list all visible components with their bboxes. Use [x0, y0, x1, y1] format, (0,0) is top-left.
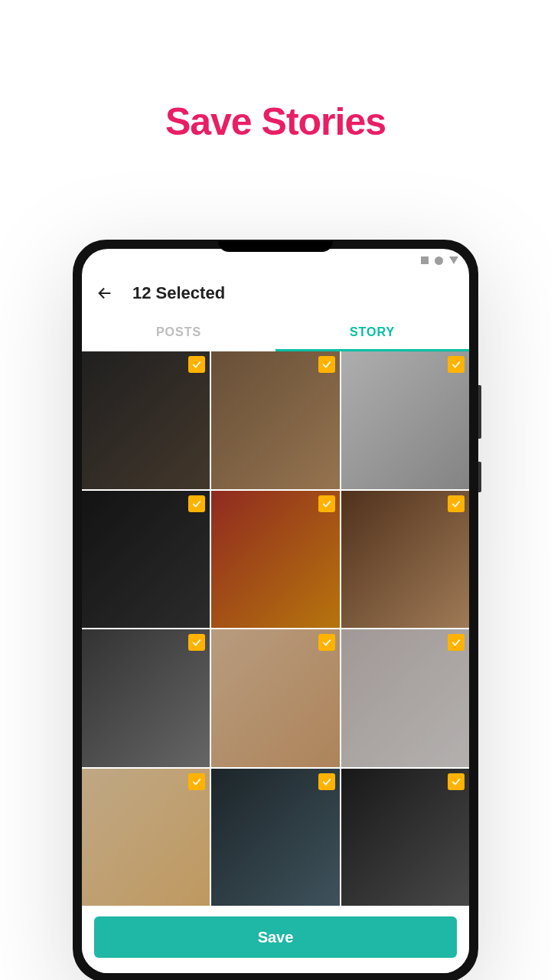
save-bar: Save [82, 906, 469, 973]
status-triangle-icon [449, 256, 458, 264]
selected-check-icon [318, 773, 335, 790]
story-thumbnail[interactable] [341, 491, 469, 629]
status-circle-icon [435, 256, 443, 265]
story-thumbnail[interactable] [341, 629, 469, 767]
arrow-left-icon [96, 285, 113, 302]
device-side-button [478, 385, 481, 439]
story-thumbnail[interactable] [82, 351, 210, 489]
selected-check-icon [188, 495, 205, 512]
selected-check-icon [318, 495, 335, 512]
selected-check-icon [448, 773, 465, 790]
story-thumbnail[interactable] [341, 351, 469, 489]
selected-check-icon [188, 773, 205, 790]
selected-check-icon [448, 495, 465, 512]
selected-check-icon [188, 356, 205, 373]
tab-story[interactable]: STORY [276, 315, 469, 351]
story-thumbnail[interactable] [82, 491, 210, 629]
story-thumbnail[interactable] [82, 769, 210, 906]
selected-check-icon [448, 356, 465, 373]
selected-check-icon [188, 634, 205, 651]
story-thumbnail[interactable] [211, 769, 339, 906]
story-grid [82, 351, 469, 906]
page-headline: Save Stories [0, 100, 551, 144]
story-thumbnail[interactable] [341, 769, 469, 906]
back-button[interactable] [94, 283, 116, 304]
story-thumbnail[interactable] [211, 629, 339, 767]
tab-posts[interactable]: POSTS [82, 315, 276, 351]
status-bar [82, 249, 469, 272]
device-notch [218, 241, 333, 252]
app-bar: 12 Selected [82, 272, 469, 315]
tab-bar: POSTS STORY [82, 315, 469, 351]
selected-check-icon [318, 634, 335, 651]
story-thumbnail[interactable] [211, 491, 339, 629]
selected-check-icon [448, 634, 465, 651]
save-button[interactable]: Save [94, 916, 457, 958]
selected-check-icon [318, 356, 335, 373]
device-side-button [478, 462, 481, 492]
status-square-icon [421, 256, 429, 264]
screen: 12 Selected POSTS STORY [82, 249, 469, 973]
selection-count-title: 12 Selected [132, 283, 225, 303]
story-thumbnail[interactable] [82, 629, 210, 767]
device-frame: 12 Selected POSTS STORY [73, 240, 478, 980]
story-thumbnail[interactable] [211, 351, 339, 489]
